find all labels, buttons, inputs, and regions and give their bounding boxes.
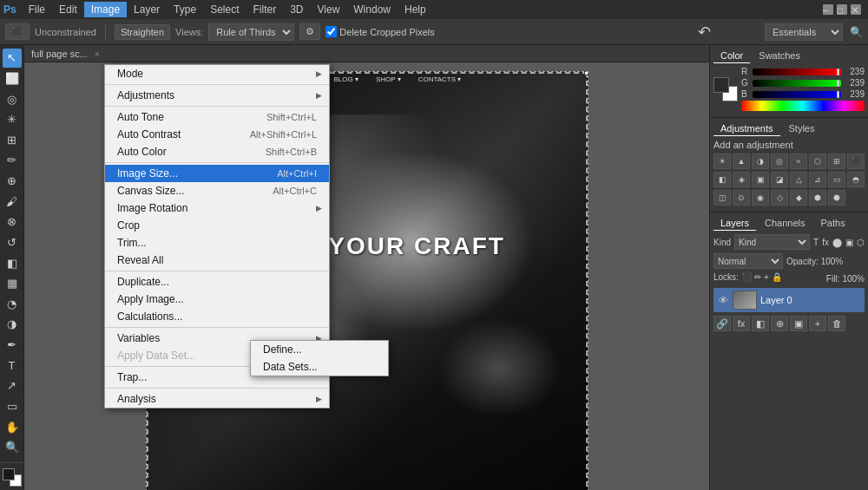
menu-canvas-size[interactable]: Canvas Size... Alt+Ctrl+C xyxy=(105,182,329,199)
submenu-define[interactable]: Define... xyxy=(251,341,388,358)
menu-3d[interactable]: 3D xyxy=(283,2,310,17)
marquee-tool[interactable]: ⬜ xyxy=(3,69,22,88)
canvas-tab[interactable]: full page sc... × xyxy=(24,45,709,62)
lock-transparent[interactable]: ⬛ xyxy=(741,272,752,282)
canvas-close-icon[interactable]: × xyxy=(95,49,100,59)
tab-swatches[interactable]: Swatches xyxy=(752,49,807,63)
adj-brightness[interactable]: ☀ xyxy=(713,154,731,169)
adj-posterize[interactable]: △ xyxy=(790,172,807,187)
smart-filter[interactable]: ⬡ xyxy=(857,238,865,247)
text-tool[interactable]: T xyxy=(3,356,22,375)
fill-value[interactable]: 100% xyxy=(842,274,865,284)
adj-hsl[interactable]: ⬡ xyxy=(809,154,826,169)
blur-tool[interactable]: ◔ xyxy=(3,295,22,314)
layer-filter[interactable]: ▣ xyxy=(845,238,853,247)
b-slider[interactable] xyxy=(753,91,841,98)
menu-mode[interactable]: Mode xyxy=(105,65,329,82)
eyedropper-tool[interactable]: ✏ xyxy=(3,151,22,170)
stamp-tool[interactable]: ⊗ xyxy=(3,212,22,232)
menu-calculations[interactable]: Calculations... xyxy=(105,308,329,325)
add-adjustment-layer-button[interactable]: ⊕ xyxy=(771,316,788,331)
straighten-button[interactable]: Straighten xyxy=(115,24,170,40)
close-button[interactable]: ✕ xyxy=(851,4,861,15)
opacity-value[interactable]: 100% xyxy=(821,257,844,266)
menu-analysis[interactable]: Analysis xyxy=(105,390,329,408)
move-tool[interactable]: ↖ xyxy=(3,49,22,68)
adj-vibrance[interactable]: ≈ xyxy=(790,154,807,169)
tab-layers[interactable]: Layers xyxy=(713,216,756,231)
menu-trim[interactable]: Trim... xyxy=(105,234,329,252)
lock-image[interactable]: ✏ xyxy=(754,272,761,282)
menu-image-size[interactable]: Image Size... Alt+Ctrl+I xyxy=(105,165,329,182)
adj-extra2[interactable]: ⊙ xyxy=(733,190,750,206)
heal-tool[interactable]: ⊕ xyxy=(3,172,22,191)
adj-extra7[interactable]: ⬣ xyxy=(828,190,845,206)
adj-extra6[interactable]: ⬢ xyxy=(809,190,826,206)
restore-button[interactable]: □ xyxy=(837,4,847,15)
menu-filter[interactable]: Filter xyxy=(246,2,283,17)
submenu-data-sets[interactable]: Data Sets... xyxy=(251,358,388,376)
tab-adjustments[interactable]: Adjustments xyxy=(713,121,780,136)
menu-select[interactable]: Select xyxy=(203,2,246,17)
adj-levels[interactable]: ▲ xyxy=(733,154,750,169)
blend-mode-select[interactable]: Normal xyxy=(713,253,783,269)
menu-type[interactable]: Type xyxy=(167,2,203,17)
add-layer-button[interactable]: + xyxy=(809,316,826,331)
adj-extra4[interactable]: ◇ xyxy=(771,190,788,206)
menu-reveal-all[interactable]: Reveal All xyxy=(105,252,329,269)
r-slider[interactable] xyxy=(753,69,841,75)
adj-gradient-map[interactable]: ▭ xyxy=(828,172,845,187)
delete-layer-button[interactable]: 🗑 xyxy=(828,316,845,331)
workspace-search-button[interactable]: 🔍 xyxy=(850,26,863,38)
brush-tool[interactable]: 🖌 xyxy=(3,192,22,211)
delete-cropped-checkbox[interactable] xyxy=(326,26,337,37)
adj-filter[interactable]: ⬤ xyxy=(832,238,842,247)
eraser-tool[interactable]: ◧ xyxy=(3,253,22,272)
menu-window[interactable]: Window xyxy=(346,2,398,17)
adj-threshold[interactable]: ⊿ xyxy=(809,172,826,187)
menu-apply-image[interactable]: Apply Image... xyxy=(105,291,329,308)
menu-layer[interactable]: Layer xyxy=(127,2,167,17)
fx-filter[interactable]: fx xyxy=(822,238,829,247)
views-select[interactable]: Rule of Thirds xyxy=(208,23,294,41)
zoom-tool[interactable]: 🔍 xyxy=(3,438,22,457)
layer-visibility-toggle[interactable]: 👁 xyxy=(717,294,729,306)
path-select-tool[interactable]: ↗ xyxy=(3,376,22,395)
adj-photo-filter[interactable]: ◧ xyxy=(713,172,731,187)
menu-duplicate[interactable]: Duplicate... xyxy=(105,273,329,291)
adj-bw[interactable]: ⬛ xyxy=(847,154,865,169)
magic-wand-tool[interactable]: ✳ xyxy=(3,110,22,129)
tab-styles[interactable]: Styles xyxy=(782,121,822,136)
lock-position[interactable]: + xyxy=(764,272,769,282)
menu-help[interactable]: Help xyxy=(398,2,433,17)
adj-exposure[interactable]: ◎ xyxy=(771,154,788,169)
link-layers-button[interactable]: 🔗 xyxy=(713,316,731,331)
shape-tool[interactable]: ▭ xyxy=(3,397,22,416)
menu-file[interactable]: File xyxy=(22,2,52,17)
layer-name[interactable]: Layer 0 xyxy=(760,295,861,305)
adj-extra3[interactable]: ◉ xyxy=(752,190,769,206)
tab-paths[interactable]: Paths xyxy=(814,216,852,231)
layer-item[interactable]: 👁 Layer 0 xyxy=(713,288,865,312)
lasso-tool[interactable]: ◎ xyxy=(3,89,22,108)
adj-selective-color[interactable]: ◓ xyxy=(847,172,865,187)
kind-select[interactable]: Kind xyxy=(734,234,810,250)
menu-image-rotation[interactable]: Image Rotation xyxy=(105,199,329,217)
gradient-tool[interactable]: ▦ xyxy=(3,274,22,293)
menu-adjustments[interactable]: Adjustments xyxy=(105,87,329,104)
add-style-button[interactable]: fx xyxy=(733,316,750,331)
layer-thumbnail[interactable] xyxy=(733,291,757,310)
hand-tool[interactable]: ✋ xyxy=(3,417,22,436)
menu-auto-contrast[interactable]: Auto Contrast Alt+Shift+Ctrl+L xyxy=(105,126,329,143)
g-slider[interactable] xyxy=(753,80,841,87)
crop-handle-tr[interactable] xyxy=(584,72,588,75)
variables-submenu[interactable]: Define... Data Sets... xyxy=(250,340,389,376)
fg-bg-swatches[interactable] xyxy=(713,77,738,101)
color-spectrum-bar[interactable] xyxy=(741,101,865,111)
add-mask-button[interactable]: ◧ xyxy=(752,316,769,331)
adj-extra5[interactable]: ◆ xyxy=(790,190,807,206)
history-brush-tool[interactable]: ↺ xyxy=(3,233,22,252)
tab-channels[interactable]: Channels xyxy=(758,216,812,231)
adj-color-lookup[interactable]: ▣ xyxy=(752,172,769,187)
menu-auto-color[interactable]: Auto Color Shift+Ctrl+B xyxy=(105,143,329,160)
